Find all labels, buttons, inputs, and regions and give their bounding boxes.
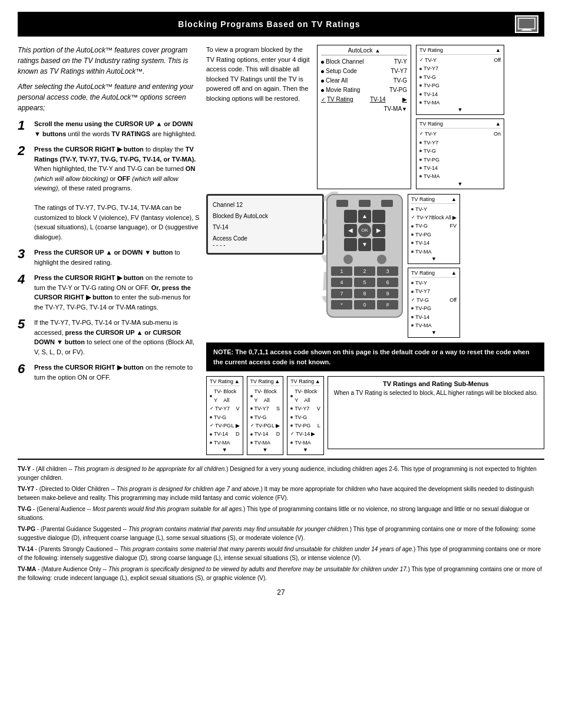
num-hash[interactable]: # xyxy=(377,300,398,309)
access-label: Access Code xyxy=(213,235,247,242)
autolock-item-block-channel: Block ChannelTV-Y xyxy=(321,57,407,67)
bm2-tv14: TV-14D xyxy=(250,430,280,438)
remote-numpad: 1 2 3 4 5 6 7 8 9 * 0 # xyxy=(331,266,398,309)
caption-title: TV Ratings and Rating Sub-Menus xyxy=(334,380,538,387)
remote-middle-buttons xyxy=(331,255,398,264)
sp3-tvy7: ✓TV-Y7Block All▶ xyxy=(411,213,457,222)
side-panel-1: TV Rating▲ ✓TV-YOff TV-Y7 TV-G TV-PG TV-… xyxy=(416,45,504,115)
step-5: 5 If the TV-Y7, TV-PG, TV-14 or TV-MA su… xyxy=(18,318,200,357)
sp2-tvy: ✓TV-YOn xyxy=(419,130,501,138)
bottom-menu-3: TV Rating▲ TV-YBlock All TV-Y7V TV-G TV-… xyxy=(287,376,324,455)
dpad-empty-tl xyxy=(344,210,357,223)
step-5-text: If the TV-Y7, TV-PG, TV-14 or TV-MA sub-… xyxy=(34,318,200,357)
dpad-empty-br xyxy=(372,238,385,251)
bm1-tvy: TV-YBlock All xyxy=(210,387,240,404)
remote-btn-m1[interactable] xyxy=(343,255,353,264)
page-title: Blocking Programs Based on TV Ratings xyxy=(24,19,515,29)
sp4-tvy: TV-Y xyxy=(411,279,457,287)
bottom-menu-2-title: TV Rating▲ xyxy=(250,378,280,386)
bm1-tvma: TV-MA xyxy=(210,439,240,447)
sp4-tvpg: TV-PG xyxy=(411,304,457,312)
sp2-tv14: TV-14 xyxy=(419,164,501,172)
side-panel-2: TV Rating▲ ✓TV-YOn TV-Y7 TV-G TV-PG TV-1… xyxy=(416,118,504,189)
sp4-tvg: ✓TV-GOff xyxy=(411,296,457,304)
sp1-tvma: TV-MA xyxy=(419,98,501,107)
intro-text-2: After selecting the AutoLock™ feature an… xyxy=(18,83,193,112)
dpad-center[interactable]: OK xyxy=(358,224,371,237)
side-panel-3: TV Rating▲ TV-Y ✓TV-Y7Block All▶ TV-GFV … xyxy=(408,194,460,264)
dpad-up[interactable]: ▲ xyxy=(358,210,371,223)
note-box: NOTE: The 0,7,1,1 access code shown on t… xyxy=(206,342,544,371)
page-number: 27 xyxy=(18,588,544,597)
bm2-tvma: TV-MA xyxy=(250,439,280,447)
intro-italic-2: After selecting the AutoLock™ feature an… xyxy=(18,81,200,113)
bm2-tvg: TV-G xyxy=(250,413,280,421)
steps-list: 1 Scroll the menu using the CURSOR UP ▲ … xyxy=(18,119,200,382)
num-star[interactable]: * xyxy=(331,300,352,309)
step-1: 1 Scroll the menu using the CURSOR UP ▲ … xyxy=(18,119,200,139)
caption-box: TV Ratings and Rating Sub-Menus When a T… xyxy=(328,376,544,449)
tv-screen-area: Channel 12 Blocked By AutoLock TV-14 Acc… xyxy=(206,194,324,338)
autolock-item-movie-rating: Movie RatingTV-PG xyxy=(321,85,407,95)
num-5[interactable]: 5 xyxy=(354,278,375,287)
tv-screen: Channel 12 Blocked By AutoLock TV-14 Acc… xyxy=(206,194,324,255)
num-0[interactable]: 0 xyxy=(354,300,375,309)
num-4[interactable]: 4 xyxy=(331,278,352,287)
num-2[interactable]: 2 xyxy=(354,266,375,276)
bm3-tvpg: TV-PGL xyxy=(290,421,320,430)
num-3[interactable]: 3 xyxy=(377,266,398,276)
num-6[interactable]: 6 xyxy=(377,278,398,287)
autolock-item-setup-code: Setup CodeTV-Y7 xyxy=(321,67,407,76)
tv-blocked-msg: Blocked By AutoLock xyxy=(213,212,318,220)
page-title-bar: Blocking Programs Based on TV Ratings xyxy=(18,12,544,37)
caption-text: When a TV Rating is selected to block, A… xyxy=(334,390,538,396)
intro-italic-1: This portion of the AutoLock™ features c… xyxy=(18,45,200,77)
step-3: 3 Press the CURSOR UP ▲ or DOWN ▼ button… xyxy=(18,248,200,267)
sp1-tvpg: TV-PG xyxy=(419,81,501,90)
bottom-menu-3-title: TV Rating▲ xyxy=(290,378,320,386)
remote-top-buttons xyxy=(331,200,398,207)
sp3-tv14: TV-14 xyxy=(411,239,457,247)
num-7[interactable]: 7 xyxy=(331,289,352,298)
num-9[interactable]: 9 xyxy=(377,289,398,298)
footnote-tvy7: TV-Y7 - (Directed to Older Children -- T… xyxy=(18,485,544,502)
bm3-tv14: TV-14▶ xyxy=(290,430,320,438)
side-panels-bottom-right: TV Rating▲ TV-Y ✓TV-Y7Block All▶ TV-GFV … xyxy=(408,194,460,338)
tv-access-code-label: Access Code - - - - xyxy=(213,235,318,248)
bm1-tvpg: TV-PGL▶ xyxy=(210,421,240,430)
bm2-tvy: TV-YBlock All xyxy=(250,387,280,404)
svg-rect-0 xyxy=(518,18,535,29)
description-text: To view a program blocked by the TV Rati… xyxy=(206,46,309,102)
bottom-menu-2: TV Rating▲ TV-YBlock All TV-Y7S TV-G TV-… xyxy=(247,376,284,455)
side-panel-4-title: TV Rating▲ xyxy=(411,270,457,278)
sp2-tvpg: TV-PG xyxy=(419,156,501,164)
sp2-tvy7: TV-Y7 xyxy=(419,139,501,147)
sp2-tvma: TV-MA xyxy=(419,172,501,180)
note-text: NOTE: The 0,7,1,1 access code shown on t… xyxy=(213,348,530,365)
autolock-item-tv-rating: ✓TV RatingTV-14▶ xyxy=(321,95,407,104)
tv-icon xyxy=(515,15,538,33)
dpad-down[interactable]: ▼ xyxy=(358,238,371,251)
step-2-number: 2 xyxy=(18,144,29,157)
bm3-tvma: TV-MA xyxy=(290,439,320,447)
dpad-right[interactable]: ▶ xyxy=(372,224,385,237)
num-8[interactable]: 8 xyxy=(354,289,375,298)
footnote-tvma: TV-MA - (Mature Audience Only -- This pr… xyxy=(18,565,544,582)
description-box: To view a program blocked by the TV Rati… xyxy=(206,45,312,189)
bottom-menu-1-title: TV Rating▲ xyxy=(210,378,240,386)
access-value: - - - - xyxy=(213,242,226,248)
step-4-number: 4 xyxy=(18,273,29,286)
step-1-number: 1 xyxy=(18,119,29,132)
dpad-left[interactable]: ◀ xyxy=(344,224,357,237)
remote-btn-m2[interactable] xyxy=(377,255,386,264)
bm2-tvy7: TV-Y7S xyxy=(250,404,280,413)
intro-text-1: This portion of the AutoLock™ features c… xyxy=(18,46,188,75)
tv-channel: Channel 12 xyxy=(213,200,318,209)
svg-rect-1 xyxy=(523,29,531,30)
num-1[interactable]: 1 xyxy=(331,266,352,276)
footnote-tvpg: TV-PG - (Parental Guidance Suggested -- … xyxy=(18,525,544,542)
bottom-menu-1: TV Rating▲ TV-YBlock All TV-Y7V TV-G TV-… xyxy=(206,376,243,455)
side-panel-3-title: TV Rating▲ xyxy=(411,196,457,204)
remote-btn-top-3 xyxy=(381,200,393,207)
side-panel-1-title: TV Rating▲ xyxy=(419,47,501,55)
